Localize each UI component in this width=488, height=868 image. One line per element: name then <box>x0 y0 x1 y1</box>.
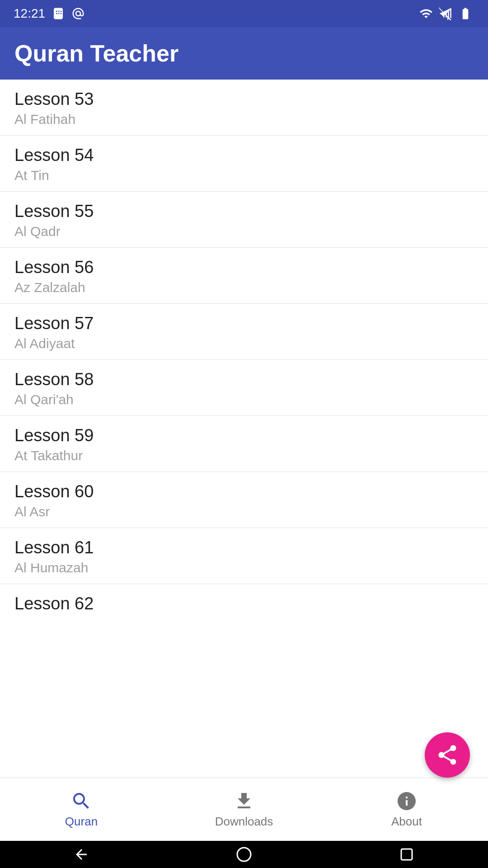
lesson-subtitle: Al Asr <box>14 504 474 519</box>
lesson-title: Lesson 56 <box>14 258 474 277</box>
list-item[interactable]: Lesson 56Az Zalzalah <box>0 248 488 304</box>
lesson-subtitle: Al Humazah <box>14 560 474 576</box>
lesson-title-partial: Lesson 62 <box>14 594 474 613</box>
tab-quran[interactable]: Quran <box>0 778 163 841</box>
list-item-partial[interactable]: Lesson 62 <box>0 584 488 613</box>
list-item[interactable]: Lesson 55Al Qadr <box>0 192 488 248</box>
time-display: 12:21 <box>14 6 45 21</box>
wifi-icon <box>418 7 434 20</box>
lesson-title: Lesson 60 <box>14 482 474 501</box>
at-icon <box>71 7 85 20</box>
lesson-title: Lesson 61 <box>14 538 474 557</box>
app-header: Quran Teacher <box>0 27 488 80</box>
list-item[interactable]: Lesson 58Al Qari'ah <box>0 360 488 416</box>
lesson-title: Lesson 55 <box>14 202 474 221</box>
lesson-subtitle: At Tin <box>14 168 474 183</box>
app-title: Quran Teacher <box>14 40 178 66</box>
home-button[interactable] <box>233 843 255 866</box>
list-item[interactable]: Lesson 54At Tin <box>0 136 488 192</box>
search-icon <box>70 790 92 812</box>
lesson-subtitle: At Takathur <box>14 448 474 463</box>
status-left: 12:21 <box>14 6 85 21</box>
system-nav <box>0 841 488 868</box>
lesson-title: Lesson 57 <box>14 314 474 333</box>
list-item[interactable]: Lesson 53Al Fatihah <box>0 80 488 136</box>
list-item[interactable]: Lesson 57Al Adiyaat <box>0 304 488 360</box>
lesson-title: Lesson 54 <box>14 146 474 165</box>
tab-about-label: About <box>391 815 422 829</box>
svg-rect-1 <box>401 849 412 860</box>
lesson-title: Lesson 59 <box>14 426 474 445</box>
lesson-subtitle: Al Qadr <box>14 224 474 239</box>
tab-about[interactable]: About <box>325 778 488 841</box>
back-button[interactable] <box>70 843 93 866</box>
list-item[interactable]: Lesson 59At Takathur <box>0 416 488 472</box>
lesson-title: Lesson 53 <box>14 90 474 109</box>
share-icon <box>436 743 459 767</box>
lesson-subtitle: Al Qari'ah <box>14 392 474 407</box>
lesson-list: Lesson 53Al FatihahLesson 54At TinLesson… <box>0 80 488 868</box>
tab-quran-label: Quran <box>65 815 98 829</box>
list-item[interactable]: Lesson 61Al Humazah <box>0 528 488 584</box>
svg-point-0 <box>237 848 251 861</box>
share-button[interactable] <box>425 732 470 778</box>
status-right <box>418 7 474 20</box>
tab-downloads[interactable]: Downloads <box>163 778 325 841</box>
recents-button[interactable] <box>395 843 418 866</box>
status-bar: 12:21 <box>0 0 488 27</box>
sim-card-icon <box>52 7 65 20</box>
bottom-nav: Quran Downloads About <box>0 778 488 841</box>
tab-downloads-label: Downloads <box>215 815 273 829</box>
signal-icon <box>438 7 452 20</box>
info-icon <box>396 790 418 812</box>
download-icon <box>233 790 255 812</box>
lesson-subtitle: Al Fatihah <box>14 112 474 127</box>
lesson-subtitle: Al Adiyaat <box>14 336 474 351</box>
battery-icon <box>456 7 474 20</box>
list-item[interactable]: Lesson 60Al Asr <box>0 472 488 528</box>
lesson-title: Lesson 58 <box>14 370 474 389</box>
lesson-subtitle: Az Zalzalah <box>14 280 474 295</box>
